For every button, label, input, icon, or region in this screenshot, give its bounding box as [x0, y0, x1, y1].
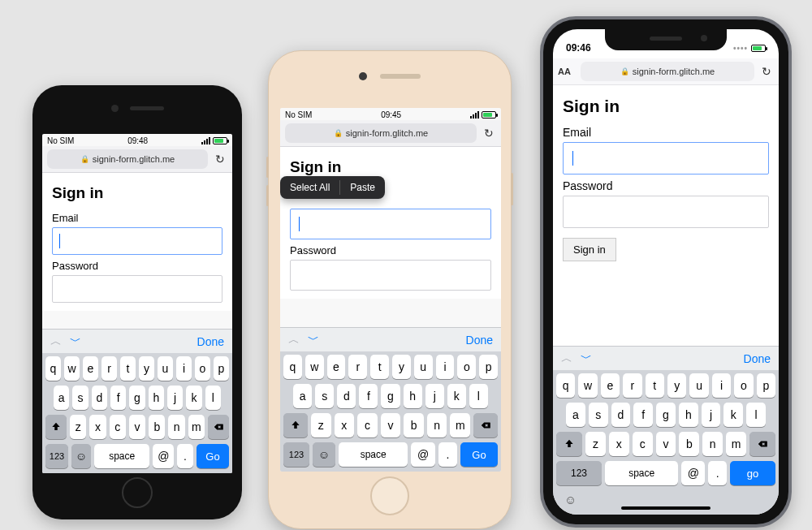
- key-x[interactable]: x: [89, 415, 106, 439]
- url-box[interactable]: 🔒 signin-form.glitch.me: [285, 123, 477, 143]
- numbers-key[interactable]: 123: [556, 461, 602, 485]
- space-key[interactable]: space: [94, 444, 149, 468]
- shift-key[interactable]: [45, 415, 67, 439]
- key-z[interactable]: z: [585, 432, 606, 456]
- home-button[interactable]: [370, 476, 409, 515]
- key-k[interactable]: k: [186, 386, 201, 410]
- key-o[interactable]: o: [195, 356, 210, 381]
- key-j[interactable]: j: [167, 386, 183, 410]
- dot-key[interactable]: .: [438, 442, 457, 467]
- key-h[interactable]: h: [679, 403, 698, 427]
- key-q[interactable]: q: [283, 355, 302, 379]
- key-y[interactable]: y: [139, 356, 154, 381]
- at-key[interactable]: @: [411, 442, 435, 467]
- key-y[interactable]: y: [667, 373, 686, 398]
- key-d[interactable]: d: [92, 386, 107, 410]
- done-button[interactable]: Done: [466, 334, 493, 347]
- key-c[interactable]: c: [633, 432, 653, 456]
- signin-button[interactable]: Sign in: [563, 238, 616, 261]
- backspace-key[interactable]: [473, 413, 498, 437]
- key-v[interactable]: v: [381, 413, 401, 437]
- go-key[interactable]: go: [730, 461, 775, 485]
- url-box[interactable]: 🔒 signin-form.glitch.me: [581, 62, 754, 81]
- key-v[interactable]: v: [129, 415, 145, 439]
- key-e[interactable]: e: [83, 356, 98, 381]
- emoji-key[interactable]: ☺: [564, 493, 577, 506]
- key-m[interactable]: m: [726, 432, 746, 456]
- key-a[interactable]: a: [54, 386, 69, 410]
- backspace-key[interactable]: [749, 432, 775, 456]
- prev-field-button[interactable]: ︿: [288, 333, 300, 346]
- text-size-button[interactable]: AA: [558, 67, 576, 76]
- key-d[interactable]: d: [611, 403, 631, 427]
- key-s[interactable]: s: [315, 384, 334, 408]
- key-c[interactable]: c: [357, 413, 378, 437]
- key-e[interactable]: e: [601, 373, 620, 398]
- key-x[interactable]: x: [335, 413, 355, 437]
- key-j[interactable]: j: [702, 403, 721, 427]
- next-field-button[interactable]: ﹀: [581, 351, 592, 364]
- key-w[interactable]: w: [64, 356, 80, 381]
- refresh-button[interactable]: ↻: [482, 127, 496, 140]
- key-f[interactable]: f: [359, 384, 378, 408]
- key-w[interactable]: w: [305, 355, 324, 379]
- key-m[interactable]: m: [450, 413, 470, 437]
- key-r[interactable]: r: [102, 356, 117, 381]
- dot-key[interactable]: .: [177, 444, 193, 468]
- key-i[interactable]: i: [436, 355, 455, 379]
- key-m[interactable]: m: [188, 415, 205, 439]
- paste-menu-item[interactable]: Paste: [340, 176, 385, 199]
- key-q[interactable]: q: [556, 373, 575, 398]
- key-b[interactable]: b: [679, 432, 699, 456]
- key-l[interactable]: l: [205, 386, 221, 410]
- key-u[interactable]: u: [689, 373, 708, 398]
- prev-field-button[interactable]: ︿: [50, 334, 62, 347]
- key-r[interactable]: r: [623, 373, 641, 398]
- key-s[interactable]: s: [72, 386, 88, 410]
- refresh-button[interactable]: ↻: [759, 65, 774, 78]
- key-r[interactable]: r: [348, 355, 367, 379]
- password-field[interactable]: [52, 275, 222, 303]
- key-l[interactable]: l: [469, 384, 488, 408]
- numbers-key[interactable]: 123: [283, 442, 309, 467]
- url-box[interactable]: 🔒 signin-form.glitch.me: [47, 149, 208, 169]
- key-k[interactable]: k: [723, 403, 743, 427]
- key-u[interactable]: u: [158, 356, 173, 381]
- key-f[interactable]: f: [633, 403, 653, 427]
- key-h[interactable]: h: [404, 384, 422, 408]
- password-field[interactable]: [563, 196, 769, 228]
- key-y[interactable]: y: [392, 355, 411, 379]
- done-button[interactable]: Done: [744, 352, 771, 365]
- key-b[interactable]: b: [149, 415, 165, 439]
- key-w[interactable]: w: [578, 373, 597, 398]
- key-j[interactable]: j: [425, 384, 444, 408]
- key-q[interactable]: q: [45, 356, 61, 381]
- email-field[interactable]: [563, 142, 769, 175]
- shift-key[interactable]: [283, 413, 308, 437]
- prev-field-button[interactable]: ︿: [561, 351, 572, 364]
- key-e[interactable]: e: [327, 355, 346, 379]
- email-field[interactable]: [52, 227, 222, 255]
- next-field-button[interactable]: ﹀: [70, 334, 81, 347]
- key-n[interactable]: n: [168, 415, 184, 439]
- password-field[interactable]: [290, 260, 491, 291]
- key-d[interactable]: d: [337, 384, 356, 408]
- shift-key[interactable]: [556, 432, 582, 456]
- key-p[interactable]: p: [757, 373, 775, 398]
- key-f[interactable]: f: [110, 386, 126, 410]
- email-field[interactable]: [290, 209, 491, 239]
- key-i[interactable]: i: [176, 356, 192, 381]
- next-field-button[interactable]: ﹀: [308, 333, 319, 346]
- space-key[interactable]: space: [605, 461, 678, 485]
- key-l[interactable]: l: [746, 403, 766, 427]
- key-h[interactable]: h: [149, 386, 164, 410]
- numbers-key[interactable]: 123: [45, 444, 68, 468]
- backspace-key[interactable]: [208, 415, 229, 439]
- key-c[interactable]: c: [110, 415, 126, 439]
- key-o[interactable]: o: [457, 355, 476, 379]
- key-g[interactable]: g: [129, 386, 145, 410]
- key-a[interactable]: a: [566, 403, 585, 427]
- refresh-button[interactable]: ↻: [213, 153, 227, 166]
- key-b[interactable]: b: [404, 413, 424, 437]
- key-n[interactable]: n: [702, 432, 723, 456]
